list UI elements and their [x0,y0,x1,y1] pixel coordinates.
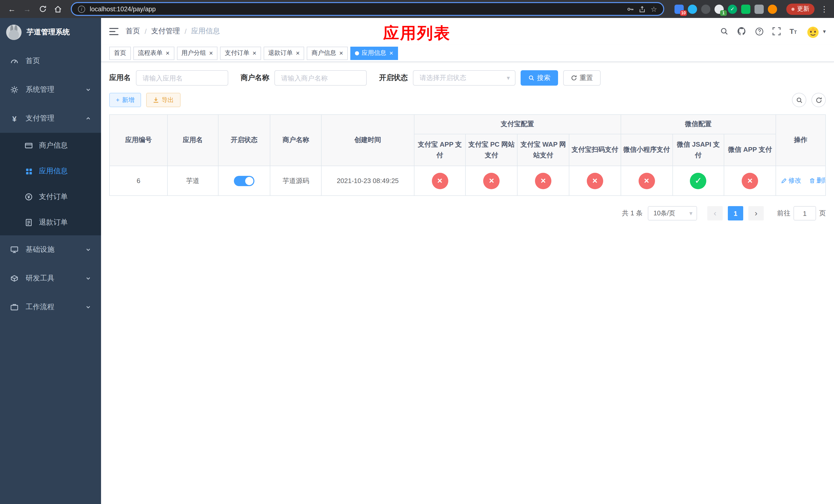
col-alipay-pc: 支付宝 PC 网站支付 [466,134,518,166]
search-button[interactable]: 搜索 [521,70,558,86]
toggle-search-button[interactable] [792,93,806,107]
reset-button[interactable]: 重置 [563,70,601,86]
search-icon[interactable] [720,27,729,36]
grid-icon [25,167,33,175]
browser-back-icon[interactable]: ← [5,2,19,16]
close-icon[interactable]: × [339,50,343,56]
help-icon[interactable] [755,27,764,36]
browser-home-icon[interactable] [51,2,65,16]
extension-badge-green: 1 [720,10,727,16]
breadcrumb-payment[interactable]: 支付管理 [151,27,180,36]
browser-forward-icon[interactable]: → [21,2,34,16]
tab-label: 首页 [114,49,126,58]
share-icon[interactable] [639,5,646,13]
table-toolbar: + 新增 导出 [109,93,826,107]
add-button[interactable]: + 新增 [109,93,141,107]
sidebar-item-devtools[interactable]: 研发工具 [0,264,101,293]
sidebar-subitem-pay-order[interactable]: 支付订单 [0,184,101,210]
close-icon[interactable]: × [296,50,300,56]
navbar-actions: TT ▾ [720,24,826,39]
extension-icon-7[interactable] [754,4,764,14]
delete-link[interactable]: 删除 [809,176,826,185]
logo-avatar [6,25,22,40]
tab-pay-order[interactable]: 支付订单 × [220,46,261,60]
tab-label: 商户信息 [312,49,336,58]
breadcrumb-current: 应用信息 [191,27,220,36]
tab-user-group[interactable]: 用户分组 × [177,46,218,60]
page-size-select[interactable]: 10条/页 ▾ [648,206,697,221]
status-switch[interactable] [234,176,255,186]
sidebar-item-system[interactable]: 系统管理 [0,75,101,104]
extension-icon-6[interactable] [741,4,750,14]
sidebar-subitem-app-info[interactable]: 应用信息 [0,158,101,184]
password-key-icon[interactable] [627,5,634,13]
sidebar-item-home[interactable]: 首页 [0,47,101,75]
github-icon[interactable] [737,27,747,36]
sidebar-item-payment[interactable]: ¥ 支付管理 [0,104,101,133]
tab-merchant-info[interactable]: 商户信息 × [307,46,348,60]
sidebar-item-label: 研发工具 [26,274,54,283]
app-name-input[interactable] [136,70,228,86]
cell-merchant: 芋道源码 [270,166,322,196]
export-button-label: 导出 [161,96,174,104]
sidebar-item-infra[interactable]: 基础设施 [0,235,101,264]
sidebar-subitem-label: 商户信息 [39,141,68,150]
refresh-table-button[interactable] [811,93,826,107]
edit-link[interactable]: 修改 [781,176,801,185]
yen-icon: ¥ [10,114,19,122]
export-button[interactable]: 导出 [146,93,180,107]
close-icon[interactable]: × [166,50,170,56]
extension-icon-8[interactable] [768,4,777,14]
extension-badge-red: 10 [680,10,687,16]
app-title: 芋道管理系统 [27,28,70,37]
sidebar-item-label: 基础设施 [26,245,54,254]
browser-menu-icon[interactable]: ⋮ [820,4,829,14]
plus-icon: + [116,96,119,104]
close-icon[interactable]: × [209,50,213,56]
extension-icon-4[interactable]: 1 [715,4,724,14]
sidebar-item-label: 系统管理 [26,85,54,94]
chevron-down-icon: ▾ [507,75,510,81]
tab-refund-order[interactable]: 退款订单 × [264,46,304,60]
bookmark-star-icon[interactable]: ☆ [651,5,657,13]
extension-icon-2[interactable] [688,4,697,14]
merchant-name-input[interactable] [275,70,367,86]
browser-reload-icon[interactable] [36,2,49,16]
alipay-qr-status-icon: × [587,173,603,189]
monitor-icon [10,246,19,254]
sidebar-subitem-label: 应用信息 [39,167,68,176]
address-bar[interactable]: i localhost:1024/pay/app ☆ [71,2,664,16]
col-ops: 操作 [776,115,826,166]
payment-submenu: 商户信息 应用信息 支付订单 [0,133,101,235]
font-size-icon[interactable]: TT [790,28,797,35]
extension-icon-1[interactable]: 10 [675,4,684,14]
close-icon[interactable]: × [253,50,256,56]
col-status: 开启状态 [218,115,270,166]
sidebar-subitem-refund-order[interactable]: 退款订单 [0,210,101,235]
close-icon[interactable]: × [389,50,393,56]
page-title-annotation: 应用列表 [383,23,451,44]
total-count: 共 1 条 [622,209,643,218]
cell-app-name: 芋道 [168,166,218,196]
extension-icon-5[interactable]: ✓ [728,4,737,14]
prev-page-button[interactable]: ‹ [707,206,723,221]
next-page-button[interactable]: › [748,206,764,221]
status-select[interactable]: 请选择开启状态 ▾ [413,70,515,86]
breadcrumb-home[interactable]: 首页 [126,27,140,36]
tab-flow-form[interactable]: 流程表单 × [133,46,174,60]
sidebar-toggle-icon[interactable] [109,27,118,35]
browser-update-button[interactable]: 更新 [786,3,814,15]
tab-app-info[interactable]: 应用信息 × [350,46,398,60]
sidebar-subitem-merchant-info[interactable]: 商户信息 [0,133,101,158]
refresh-icon [571,75,577,81]
fullscreen-icon[interactable] [773,27,781,36]
tab-home[interactable]: 首页 [109,46,131,60]
extension-icon-3[interactable] [701,4,710,14]
user-avatar[interactable]: ▾ [806,24,826,39]
sidebar-item-workflow[interactable]: 工作流程 [0,293,101,321]
tab-label: 流程表单 [138,49,162,58]
page-info-icon[interactable]: i [78,5,85,13]
goto-page-input[interactable] [793,206,816,221]
tab-label: 退款订单 [268,49,293,58]
current-page[interactable]: 1 [728,206,743,221]
